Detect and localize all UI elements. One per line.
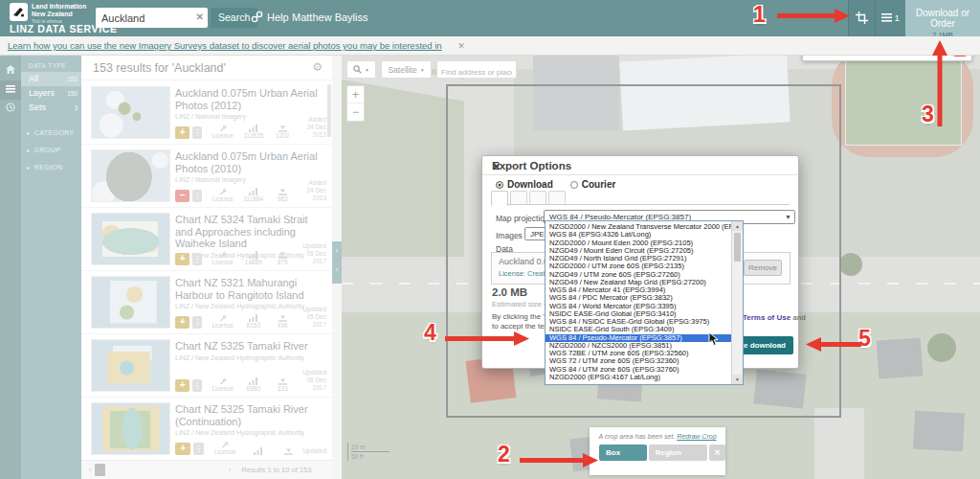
box-crop-button[interactable]: Box Crop [599, 445, 647, 461]
projection-dropdown-list: NZGD2000 / New Zealand Transverse Mercat… [545, 220, 744, 385]
export-format-tab[interactable] [510, 191, 527, 204]
projection-option[interactable]: WGS 84 (EPSG:4326 Lat/Long) [546, 231, 732, 239]
projection-option[interactable]: NSIDC EASE-Grid Global (EPSG:3410) [546, 310, 732, 318]
cart-button[interactable]: 1 [875, 0, 905, 36]
annotation-arrow-4 [445, 331, 529, 346]
projection-option[interactable]: WGS 72BE / UTM zone 60S (EPSG:32560) [546, 350, 732, 357]
annotation-arrow-2 [520, 453, 598, 468]
annotation-arrow-5 [806, 337, 861, 352]
imagery-surveys-link[interactable]: Learn how you can use the new Imagery Su… [8, 40, 442, 51]
annotation-arrow-3 [932, 40, 947, 126]
annotation-arrow-1 [777, 9, 850, 23]
projection-option[interactable]: WGS 84 / World Mercator (EPSG:3395) [546, 303, 732, 310]
annotation-number-1: 1 [753, 2, 766, 28]
cart-count-badge: 1 [895, 13, 900, 23]
notice-close-icon[interactable]: ✕ [457, 41, 465, 51]
projection-option[interactable]: NSIDC EASE-Grid South (EPSG:3409) [546, 326, 732, 333]
radio-courier[interactable]: Courier [570, 179, 616, 190]
linz-logo-icon [10, 3, 28, 21]
projection-option[interactable]: NZGD49 / New Zealand Map Grid (EPSG:2720… [546, 279, 732, 286]
remove-item-button[interactable]: Remove [744, 260, 782, 276]
projection-option[interactable]: WGS 84 / UTM zone 60S (EPSG:32760) [546, 366, 732, 374]
projection-option[interactable]: NZGD2000 / NZCS2000 (EPSG:3851) [546, 342, 732, 350]
region-crop-button[interactable]: Region Crop [649, 445, 708, 461]
export-format-tab[interactable] [529, 191, 546, 204]
share-link-icon[interactable] [251, 11, 263, 25]
projection-option[interactable]: NZGD2000 (EPSG:4167 Lat/Long) [546, 374, 732, 381]
projection-option[interactable]: WGS 72 / UTM zone 60S (EPSG:32360) [546, 357, 732, 365]
projection-option[interactable]: WGS 84 / PDC Mercator (EPSG:3832) [546, 294, 732, 302]
header-search-box: ✕ [96, 8, 208, 28]
annotation-number-4: 4 [424, 320, 436, 346]
select-caret-icon: ▼ [785, 211, 791, 223]
export-format-tab[interactable] [491, 191, 508, 206]
search-clear-icon[interactable]: ✕ [196, 11, 204, 22]
projection-option[interactable]: NZGD2000 / Mount Eden 2000 (EPSG:2105) [546, 240, 732, 247]
projection-option[interactable]: NZGD49 / North Island Grid (EPSG:27291) [546, 255, 732, 262]
scroll-thumb[interactable] [734, 233, 741, 262]
crop-options-panel: A crop area has been set. Redraw Crop Bo… [590, 427, 725, 475]
user-menu[interactable]: Matthew Bayliss [292, 11, 368, 23]
projection-option[interactable]: NZGD2000 / UTM zone 60S (EPSG:2135) [546, 262, 732, 270]
terms-of-use-text: Terms of Use and [743, 313, 806, 322]
redraw-crop-link[interactable]: Redraw Crop [677, 433, 716, 440]
projection-option[interactable]: NZGD49 / UTM zone 60S (EPSG:27260) [546, 271, 732, 279]
projection-option[interactable]: WGS 84 / Pseudo-Mercator (EPSG:3857) [546, 334, 732, 342]
projection-option[interactable]: WGS 84 / NSIDC EASE-Grid Global (EPSG:39… [546, 318, 732, 326]
scroll-up-icon[interactable]: ▲ [732, 221, 743, 231]
projection-option[interactable]: NZGD2000 / New Zealand Transverse Mercat… [546, 223, 732, 231]
dropdown-scrollbar[interactable]: ▲ ▼ [731, 221, 743, 384]
scroll-down-icon[interactable]: ▼ [732, 375, 743, 384]
annotation-number-2: 2 [498, 442, 510, 468]
projection-option[interactable]: NZGD49 / Mount Eden Circuit (EPSG:27205) [546, 247, 732, 255]
download-or-order-button[interactable]: Download or Order 2.1MB [905, 0, 980, 36]
radio-download[interactable]: Download [496, 179, 553, 190]
crop-tool-button[interactable] [848, 0, 875, 36]
projection-option[interactable]: WGS 84 / Mercator 41 (EPSG:3994) [546, 286, 732, 294]
help-link[interactable]: Help [267, 11, 289, 23]
download-size: 2.0 MB [492, 286, 527, 298]
radio-selected-icon [496, 181, 503, 189]
map-projection-label: Map projection [496, 214, 549, 223]
crop-close-button[interactable]: ✕ [709, 445, 725, 461]
radio-unselected-icon [570, 181, 578, 189]
notification-bar: Learn how you can use the new Imagery Su… [0, 36, 980, 56]
mouse-cursor [708, 331, 720, 351]
search-input[interactable] [101, 8, 193, 28]
modal-close-icon[interactable]: ✕ [492, 160, 791, 173]
export-format-tab[interactable] [548, 191, 566, 204]
terms-of-use-link[interactable]: Terms of Use [743, 313, 791, 322]
crop-set-message: A crop area has been set. [598, 433, 675, 440]
